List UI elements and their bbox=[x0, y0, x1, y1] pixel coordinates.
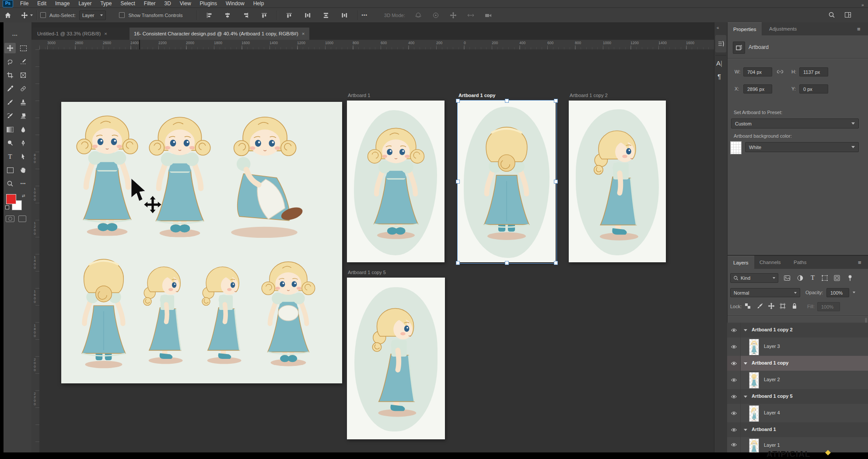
x-field[interactable]: 2896 px bbox=[743, 84, 772, 94]
document-tab-untitled[interactable]: Untitled-1 @ 33.3% (RGB/8) × bbox=[33, 28, 136, 40]
search-icon[interactable] bbox=[828, 11, 835, 18]
layer-thumbnail[interactable] bbox=[749, 372, 759, 389]
close-icon[interactable]: × bbox=[104, 31, 107, 36]
visibility-toggle[interactable] bbox=[727, 371, 741, 389]
tool-frame[interactable] bbox=[18, 70, 29, 80]
document-tab-character-design[interactable]: 16- Consistent Character design.psd @ 40… bbox=[130, 28, 309, 40]
blend-mode-dropdown[interactable]: Normal bbox=[730, 288, 800, 297]
visibility-toggle[interactable] bbox=[727, 389, 741, 404]
menu-window[interactable]: Window bbox=[221, 0, 249, 7]
chevron-down-icon[interactable] bbox=[744, 329, 747, 331]
transform-handle[interactable] bbox=[505, 99, 509, 103]
vertical-ruler[interactable]: 800 1000 1200 1400 1600 1800 2000 2200 bbox=[32, 49, 40, 452]
y-field[interactable]: 0 px bbox=[799, 84, 828, 94]
artboard-label[interactable]: Artboard 1 copy 2 bbox=[570, 93, 608, 98]
default-colors-icon[interactable] bbox=[5, 205, 9, 209]
workspace-switcher-icon[interactable] bbox=[844, 11, 851, 18]
tool-gradient[interactable] bbox=[4, 124, 16, 135]
visibility-toggle[interactable] bbox=[727, 356, 741, 371]
3d-roll-icon[interactable] bbox=[432, 12, 439, 19]
distribute-top-icon[interactable] bbox=[286, 12, 292, 18]
panel-menu-icon[interactable]: ≡ bbox=[858, 259, 861, 266]
edit-toolbar-button[interactable]: ••• bbox=[18, 178, 29, 189]
tool-object-selection[interactable] bbox=[18, 56, 29, 67]
menu-file[interactable]: File bbox=[16, 0, 33, 7]
artboard-1-copy-5[interactable] bbox=[347, 278, 445, 439]
artboard-label[interactable]: Artboard 1 copy 5 bbox=[348, 270, 386, 275]
layer-row-artboard[interactable]: Artboard 1 copy 5 bbox=[727, 389, 868, 404]
tool-type[interactable]: T bbox=[4, 151, 16, 162]
tool-rectangular-marquee[interactable] bbox=[18, 43, 29, 53]
align-right-icon[interactable] bbox=[243, 12, 249, 18]
quick-mask-icon[interactable] bbox=[6, 216, 14, 222]
photoshop-logo[interactable]: Ps bbox=[3, 0, 13, 7]
horizontal-ruler[interactable]: 3000 2800 2600 2400 2200 2000 1800 1600 … bbox=[39, 40, 714, 50]
distribute-spacing-icon[interactable] bbox=[341, 12, 347, 18]
auto-select-dropdown[interactable]: Layer bbox=[79, 10, 106, 20]
filter-smart-objects-icon[interactable] bbox=[833, 275, 840, 282]
align-more-button[interactable]: ••• bbox=[362, 13, 368, 17]
distribute-vertical-icon[interactable] bbox=[323, 12, 329, 18]
tool-dodge[interactable] bbox=[4, 138, 16, 148]
paragraph-panel-icon[interactable]: ¶ bbox=[718, 73, 721, 80]
lock-pixels-icon[interactable] bbox=[756, 303, 763, 309]
menu-3d[interactable]: 3D bbox=[160, 0, 175, 7]
layer-row-artboard[interactable]: Artboard 1 copy 2 bbox=[727, 323, 868, 338]
lock-all-icon[interactable] bbox=[791, 303, 798, 309]
3d-slide-icon[interactable] bbox=[467, 12, 474, 19]
filter-shape-layers-icon[interactable] bbox=[821, 275, 828, 282]
layer-row-artboard-selected[interactable]: Artboard 1 copy bbox=[727, 356, 868, 371]
layer-row[interactable]: Layer 4 bbox=[727, 404, 868, 423]
panel-menu-icon[interactable]: ≡ bbox=[857, 26, 861, 32]
home-icon[interactable] bbox=[4, 12, 11, 19]
layer-thumbnail[interactable] bbox=[749, 339, 759, 355]
menu-plugins[interactable]: Plugins bbox=[196, 0, 221, 7]
menu-edit[interactable]: Edit bbox=[33, 0, 51, 7]
tool-history-brush[interactable] bbox=[4, 111, 16, 121]
toolbar-grip[interactable]: ••• bbox=[12, 33, 18, 38]
filter-pixel-layers-icon[interactable] bbox=[784, 275, 791, 282]
transform-handle[interactable] bbox=[505, 261, 509, 265]
tool-pen[interactable] bbox=[18, 138, 29, 148]
width-field[interactable]: 704 px bbox=[743, 67, 772, 76]
align-center-icon[interactable] bbox=[224, 12, 231, 18]
chevron-down-icon[interactable] bbox=[853, 292, 855, 293]
align-top-icon[interactable] bbox=[261, 12, 267, 18]
link-dimensions-icon[interactable] bbox=[777, 68, 784, 75]
chevron-down-icon[interactable] bbox=[744, 362, 747, 365]
tool-brush[interactable] bbox=[4, 97, 16, 108]
layer-row-artboard[interactable]: Artboard 1 bbox=[727, 422, 868, 438]
screen-mode-icon[interactable] bbox=[18, 216, 26, 222]
tool-healing-brush[interactable] bbox=[18, 83, 29, 94]
tab-layers[interactable]: Layers bbox=[728, 256, 754, 269]
filter-kind-dropdown[interactable]: Kind bbox=[730, 273, 778, 283]
transform-handle[interactable] bbox=[456, 180, 460, 184]
tab-adjustments[interactable]: Adjustments bbox=[763, 22, 802, 35]
tool-crop[interactable] bbox=[4, 70, 16, 80]
menu-type[interactable]: Type bbox=[96, 0, 116, 7]
lock-transparency-icon[interactable] bbox=[744, 303, 751, 309]
visibility-toggle[interactable] bbox=[727, 404, 741, 422]
tool-zoom[interactable] bbox=[4, 178, 16, 189]
menu-layer[interactable]: Layer bbox=[74, 0, 96, 7]
visibility-toggle[interactable] bbox=[727, 323, 741, 337]
tool-move[interactable] bbox=[4, 43, 16, 53]
transform-handle[interactable] bbox=[554, 180, 558, 184]
opacity-field[interactable]: 100% bbox=[826, 288, 849, 297]
transform-handle[interactable] bbox=[554, 99, 558, 103]
artboard-bg-swatch[interactable] bbox=[730, 141, 742, 154]
close-icon[interactable]: × bbox=[302, 31, 305, 36]
preset-dropdown[interactable]: Custom bbox=[731, 118, 859, 129]
chevron-down-icon[interactable] bbox=[744, 396, 747, 398]
foreground-color-swatch[interactable] bbox=[6, 194, 16, 204]
chevron-down-icon[interactable] bbox=[744, 429, 747, 431]
filter-adjustment-layers-icon[interactable] bbox=[797, 275, 804, 282]
artboard-1-copy-2[interactable] bbox=[569, 101, 666, 262]
tool-hand[interactable] bbox=[18, 165, 29, 175]
move-tool-preset[interactable] bbox=[21, 12, 33, 19]
swap-colors-icon[interactable]: ⇄ bbox=[22, 194, 25, 198]
filter-type-layers-icon[interactable]: T bbox=[811, 274, 815, 282]
3d-orbit-icon[interactable] bbox=[415, 12, 422, 19]
lock-position-icon[interactable] bbox=[768, 303, 775, 309]
tab-channels[interactable]: Channels bbox=[754, 256, 787, 269]
